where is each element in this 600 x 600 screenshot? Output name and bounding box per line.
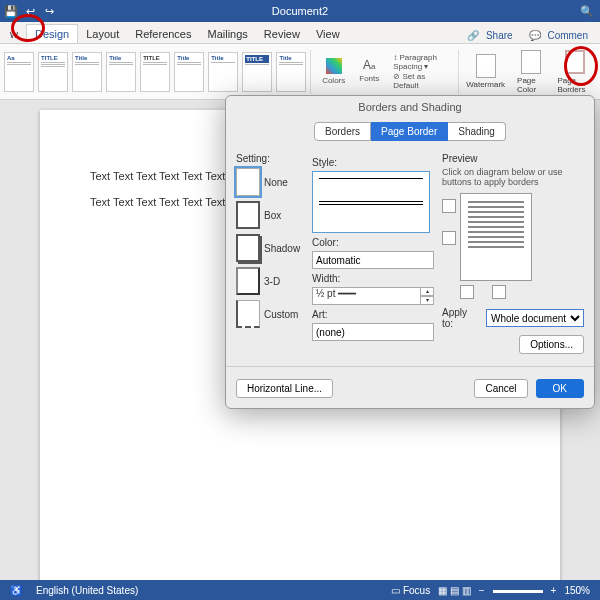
document-title: Document2 — [272, 5, 328, 17]
zoom-level[interactable]: 150% — [564, 585, 590, 596]
dialog-title: Borders and Shading — [226, 96, 594, 118]
width-up[interactable]: ▴ — [420, 287, 434, 296]
tab-view[interactable]: View — [308, 25, 348, 43]
ok-button[interactable]: OK — [536, 379, 584, 398]
redo-icon[interactable]: ↪ — [42, 4, 56, 18]
set-default-button[interactable]: ⊘ Set as Default — [393, 72, 450, 90]
ribbon: Aa TITLE Title Title TITLE Title Title T… — [0, 44, 600, 100]
horizontal-line-button[interactable]: Horizontal Line... — [236, 379, 333, 398]
accessibility-icon[interactable]: ♿ — [10, 585, 22, 596]
watermark-button[interactable]: Watermark — [462, 54, 509, 89]
border-right-toggle[interactable] — [492, 285, 506, 299]
border-left-toggle[interactable] — [460, 285, 474, 299]
preview-heading: Preview — [442, 153, 584, 164]
focus-mode[interactable]: ▭ Focus — [391, 585, 430, 596]
preview-diagram[interactable] — [460, 193, 532, 281]
colors-button[interactable]: Colors — [318, 58, 349, 85]
style-set-6[interactable]: Title — [208, 52, 238, 92]
zoom-out[interactable]: − — [479, 585, 485, 596]
undo-icon[interactable]: ↩ — [23, 4, 37, 18]
ribbon-tabs: w Design Layout References Mailings Revi… — [0, 22, 600, 44]
zoom-in[interactable]: + — [551, 585, 557, 596]
setting-shadow[interactable]: Shadow — [236, 234, 304, 262]
preview-hint: Click on diagram below or use buttons to… — [442, 167, 584, 187]
fonts-button[interactable]: AaFonts — [355, 58, 383, 85]
style-set-2[interactable]: Title — [72, 52, 102, 92]
zoom-slider[interactable] — [493, 590, 543, 593]
color-heading: Color: — [312, 237, 434, 248]
title-bar: 💾 ↩ ↪ Document2 🔍 — [0, 0, 600, 22]
art-heading: Art: — [312, 309, 434, 320]
art-select[interactable]: (none) — [312, 323, 434, 341]
style-set-1[interactable]: TITLE — [38, 52, 68, 92]
tab-review[interactable]: Review — [256, 25, 308, 43]
borders-shading-dialog: Borders and Shading Borders Page Border … — [225, 95, 595, 409]
tab-shading[interactable]: Shading — [448, 122, 506, 141]
page-color-button[interactable]: Page Color — [513, 50, 549, 94]
style-set-8[interactable]: Title — [276, 52, 306, 92]
apply-to-select[interactable]: Whole document — [486, 309, 584, 327]
comments-button[interactable]: 💬 Commen — [525, 28, 596, 43]
tab-borders[interactable]: Borders — [314, 122, 371, 141]
paragraph-spacing-button[interactable]: ↕ Paragraph Spacing ▾ — [393, 53, 450, 71]
view-icons[interactable]: ▦ ▤ ▥ — [438, 585, 471, 596]
search-icon[interactable]: 🔍 — [580, 4, 594, 18]
setting-custom[interactable]: Custom — [236, 300, 304, 328]
tab-references[interactable]: References — [127, 25, 199, 43]
style-list[interactable] — [312, 171, 430, 233]
theme-sample[interactable]: Aa — [4, 52, 34, 92]
style-set-4[interactable]: TITLE — [140, 52, 170, 92]
border-top-toggle[interactable] — [442, 199, 456, 213]
dialog-tabs: Borders Page Border Shading — [226, 122, 594, 141]
share-button[interactable]: 🔗 Share — [463, 28, 520, 43]
setting-3d[interactable]: 3-D — [236, 267, 304, 295]
tab-design[interactable]: Design — [26, 24, 78, 43]
language-status[interactable]: English (United States) — [36, 585, 138, 596]
save-icon[interactable]: 💾 — [4, 4, 18, 18]
border-bottom-toggle[interactable] — [442, 231, 456, 245]
style-set-5[interactable]: Title — [174, 52, 204, 92]
style-set-7[interactable]: TITLE — [242, 52, 272, 92]
tab-layout[interactable]: Layout — [78, 25, 127, 43]
setting-none[interactable]: None — [236, 168, 304, 196]
tab-mailings[interactable]: Mailings — [200, 25, 256, 43]
options-button[interactable]: Options... — [519, 335, 584, 354]
setting-heading: Setting: — [236, 153, 304, 164]
cancel-button[interactable]: Cancel — [474, 379, 527, 398]
apply-to-label: Apply to: — [442, 307, 480, 329]
style-heading: Style: — [312, 157, 434, 168]
page-borders-button[interactable]: Page Borders — [553, 50, 596, 94]
setting-box[interactable]: Box — [236, 201, 304, 229]
tab-page-border[interactable]: Page Border — [371, 122, 448, 141]
tab-home-collapsed[interactable]: w — [2, 25, 26, 43]
width-select[interactable]: ½ pt ━━━ — [312, 287, 420, 305]
color-select[interactable]: Automatic — [312, 251, 434, 269]
width-heading: Width: — [312, 273, 434, 284]
style-set-3[interactable]: Title — [106, 52, 136, 92]
width-down[interactable]: ▾ — [420, 296, 434, 305]
status-bar: ♿ English (United States) ▭ Focus ▦ ▤ ▥ … — [0, 580, 600, 600]
